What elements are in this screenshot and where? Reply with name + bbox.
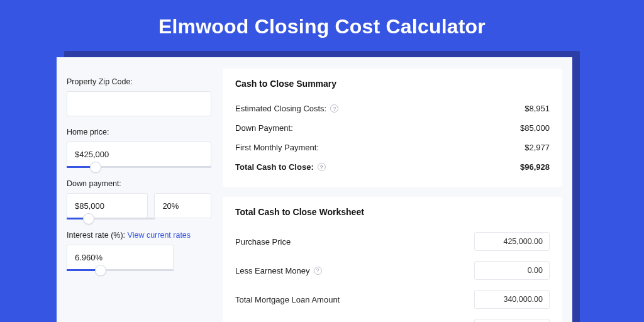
summary-title: Cash to Close Summary (235, 79, 550, 89)
summary-value: $85,000 (520, 123, 550, 133)
home-price-input[interactable] (67, 142, 211, 167)
interest-rate-label-text: Interest rate (%): (67, 231, 128, 240)
summary-value: $96,928 (520, 162, 550, 172)
summary-row-closing-costs: Estimated Closing Costs: ? $8,951 (235, 99, 550, 118)
worksheet-row-earnest-money: Less Earnest Money ? (235, 256, 550, 285)
worksheet-row-purchase-price: Purchase Price (235, 227, 550, 256)
summary-label: Estimated Closing Costs: (235, 104, 326, 113)
help-icon[interactable]: ? (318, 163, 326, 171)
calculator-card: Property Zip Code: Home price: Down paym… (57, 57, 572, 322)
zip-input[interactable] (67, 91, 211, 116)
summary-label: Total Cash to Close: (235, 162, 314, 172)
page-title: Elmwood Closing Cost Calculator (0, 0, 644, 51)
summary-row-first-payment: First Monthly Payment: $2,977 (235, 138, 550, 157)
help-icon[interactable]: ? (330, 104, 338, 113)
zip-label: Property Zip Code: (67, 77, 211, 86)
down-payment-label: Down payment: (67, 179, 211, 188)
view-rates-link[interactable]: View current rates (128, 231, 191, 240)
interest-rate-label: Interest rate (%): View current rates (67, 231, 211, 240)
home-price-label: Home price: (67, 128, 211, 136)
summary-label: Down Payment: (235, 123, 293, 133)
worksheet-label: Less Earnest Money (235, 266, 310, 275)
interest-rate-input[interactable] (67, 245, 174, 270)
worksheet-input-earnest-money[interactable] (474, 261, 550, 280)
summary-label: First Monthly Payment: (235, 143, 319, 152)
interest-rate-field: Interest rate (%): View current rates (67, 231, 211, 271)
home-price-slider-thumb[interactable] (90, 162, 101, 173)
results-column: Cash to Close Summary Estimated Closing … (223, 69, 562, 322)
worksheet-input-purchase-price[interactable] (474, 232, 550, 251)
home-price-field: Home price: (67, 128, 211, 168)
worksheet-label: Total Mortgage Loan Amount (235, 295, 340, 304)
summary-value: $2,977 (525, 143, 550, 152)
worksheet-row-mortgage-amount: Total Mortgage Loan Amount (235, 285, 550, 314)
card-shadow: Property Zip Code: Home price: Down paym… (64, 51, 580, 322)
inputs-column: Property Zip Code: Home price: Down paym… (67, 69, 211, 322)
worksheet-title: Total Cash to Close Worksheet (235, 207, 550, 217)
worksheet-label: Purchase Price (235, 237, 291, 247)
interest-rate-slider[interactable] (67, 269, 174, 271)
down-payment-pct-input[interactable] (154, 193, 211, 218)
worksheet-input-second-mortgage[interactable] (474, 319, 550, 322)
help-icon[interactable]: ? (314, 267, 322, 275)
summary-card: Cash to Close Summary Estimated Closing … (223, 69, 562, 187)
down-payment-slider-thumb[interactable] (83, 213, 94, 225)
down-payment-slider[interactable] (67, 218, 155, 219)
worksheet-card: Total Cash to Close Worksheet Purchase P… (223, 197, 562, 322)
home-price-slider[interactable] (67, 166, 211, 168)
worksheet-row-second-mortgage: Total Second Mortgage Amount ? (235, 314, 550, 322)
summary-value: $8,951 (525, 104, 550, 113)
summary-row-total: Total Cash to Close: ? $96,928 (235, 157, 550, 177)
down-payment-field: Down payment: (67, 179, 211, 219)
down-payment-input[interactable] (67, 193, 148, 218)
zip-field: Property Zip Code: (67, 77, 211, 116)
worksheet-input-mortgage-amount[interactable] (474, 290, 550, 309)
summary-row-down-payment: Down Payment: $85,000 (235, 118, 550, 138)
interest-rate-slider-thumb[interactable] (95, 265, 106, 276)
